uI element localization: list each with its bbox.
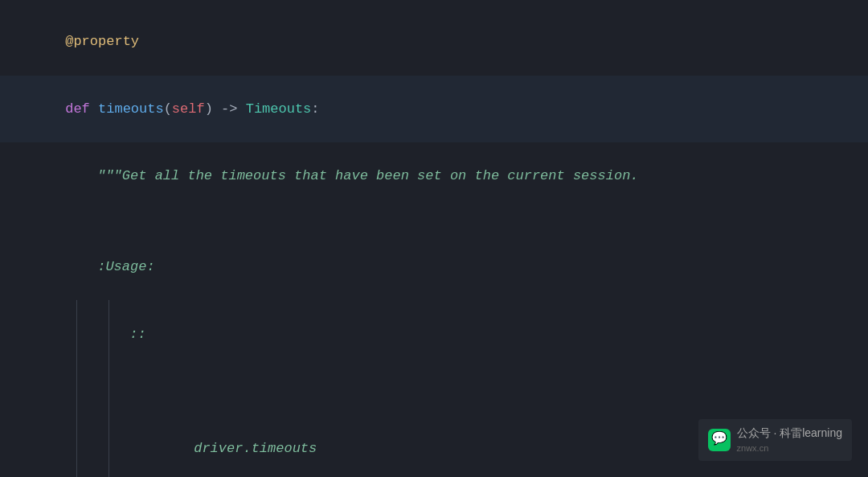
line-1: @property — [0, 8, 868, 76]
docstring-colons: :: — [129, 327, 145, 342]
keyword-def: def — [65, 101, 98, 117]
line-7 — [0, 368, 868, 391]
docstring-open: """Get all the timeouts that have been s… — [97, 168, 638, 183]
line-3: """Get all the timeouts that have been s… — [0, 142, 868, 210]
line-4 — [0, 210, 868, 233]
func-name: timeouts — [98, 101, 164, 117]
self-param: self — [172, 101, 205, 117]
docstring-usage: :Usage: — [97, 259, 154, 274]
wechat-icon: 💬 — [708, 429, 731, 451]
paren-close: ) — [205, 101, 213, 117]
watermark: 💬 公众号 · 科雷learning znwx.cn — [698, 419, 852, 461]
line-2: def timeouts(self) -> Timeouts: — [0, 76, 868, 143]
watermark-text: 公众号 · 科雷learning znwx.cn — [737, 424, 842, 456]
line-5: :Usage: — [0, 233, 868, 301]
paren-open: ( — [164, 101, 172, 117]
docstring-example: driver.timeouts — [194, 441, 317, 456]
return-type: Timeouts — [246, 101, 312, 117]
line-8 — [0, 391, 868, 414]
arrow: -> — [213, 101, 246, 117]
watermark-label: 公众号 · 科雷learning — [737, 424, 842, 442]
decorator-token: @property — [65, 34, 139, 49]
watermark-url: znwx.cn — [737, 442, 842, 456]
code-editor: @property def timeouts(self) -> Timeouts… — [0, 0, 868, 477]
colon: : — [311, 101, 319, 117]
line-6: :: — [0, 300, 868, 368]
